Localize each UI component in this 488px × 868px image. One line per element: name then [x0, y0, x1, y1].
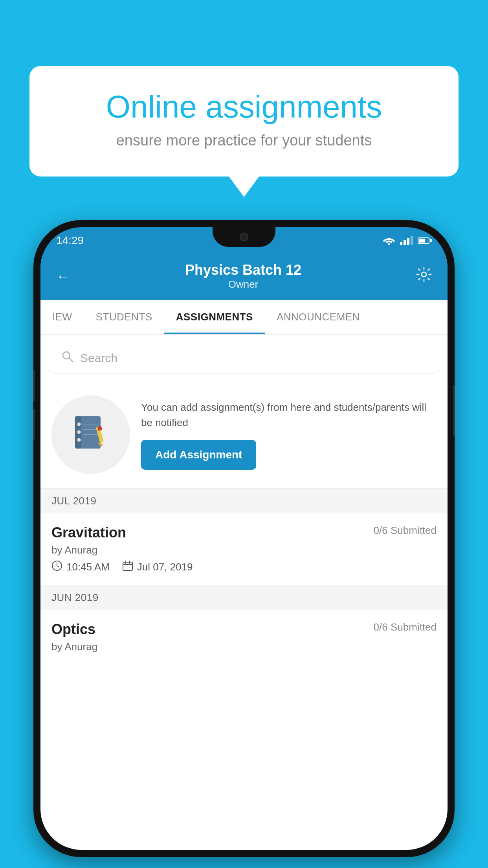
- app-header: ← Physics Batch 12 Owner: [40, 254, 448, 300]
- svg-line-17: [57, 566, 59, 567]
- promo-description: You can add assignment(s) from here and …: [141, 400, 437, 430]
- phone-screen: 14:29: [40, 227, 448, 850]
- speech-bubble: Online assignments ensure more practice …: [29, 66, 459, 177]
- phone-notch: [213, 227, 275, 247]
- assignment-optics-row-top: Optics 0/6 Submitted: [51, 621, 437, 638]
- signal-icon: [400, 236, 413, 245]
- header-subtitle: Owner: [185, 278, 301, 291]
- svg-point-8: [77, 438, 81, 442]
- back-button[interactable]: ←: [56, 268, 70, 285]
- clock-svg: [51, 560, 62, 571]
- tabs-bar: IEW STUDENTS ASSIGNMENTS ANNOUNCEMEN: [40, 300, 448, 335]
- optics-author: by Anurag: [51, 641, 437, 653]
- header-center: Physics Batch 12 Owner: [185, 262, 301, 291]
- assignment-item-optics[interactable]: Optics 0/6 Submitted by Anurag: [40, 610, 448, 668]
- promo-icon-circle: [51, 395, 130, 474]
- speech-bubble-subtitle: ensure more practice for your students: [61, 132, 427, 149]
- notebook-icon: [71, 413, 110, 456]
- phone-frame: 14:29: [33, 220, 455, 857]
- calendar-icon: [122, 560, 133, 574]
- svg-point-1: [422, 272, 426, 277]
- tab-announcements[interactable]: ANNOUNCEMEN: [265, 300, 372, 334]
- search-placeholder: Search: [80, 351, 117, 365]
- power-button[interactable]: [453, 385, 455, 436]
- magnify-icon: [61, 350, 74, 363]
- svg-rect-18: [123, 562, 132, 570]
- month-header-jul: JUL 2019: [40, 489, 448, 513]
- search-bar[interactable]: Search: [50, 343, 438, 373]
- assignment-title: Gravitation: [51, 524, 126, 541]
- meta-date: Jul 07, 2019: [122, 560, 193, 574]
- svg-point-7: [77, 430, 81, 434]
- assignment-row-top: Gravitation 0/6 Submitted: [51, 524, 437, 541]
- settings-button[interactable]: [416, 267, 432, 286]
- gear-icon: [416, 267, 432, 282]
- status-time: 14:29: [56, 234, 84, 247]
- tab-iew[interactable]: IEW: [40, 300, 84, 334]
- assignment-submitted: 0/6 Submitted: [374, 524, 437, 537]
- meta-time: 10:45 AM: [51, 560, 110, 574]
- tab-students[interactable]: STUDENTS: [84, 300, 164, 334]
- add-assignment-button[interactable]: Add Assignment: [141, 440, 256, 470]
- search-icon: [61, 350, 74, 366]
- front-camera: [240, 233, 248, 241]
- optics-title: Optics: [51, 621, 95, 638]
- volume-up-button[interactable]: [33, 370, 35, 401]
- wifi-icon: [383, 236, 395, 245]
- optics-submitted: 0/6 Submitted: [374, 621, 437, 633]
- promo-text-area: You can add assignment(s) from here and …: [141, 400, 437, 470]
- assignment-author: by Anurag: [51, 544, 437, 556]
- svg-line-3: [69, 358, 73, 362]
- speech-bubble-title: Online assignments: [61, 90, 427, 124]
- svg-point-6: [77, 422, 81, 426]
- search-bar-container: Search: [40, 335, 448, 381]
- header-title: Physics Batch 12: [185, 262, 301, 278]
- assignment-item-gravitation[interactable]: Gravitation 0/6 Submitted by Anurag: [40, 513, 448, 585]
- svg-point-0: [388, 243, 390, 245]
- calendar-svg: [122, 560, 133, 571]
- battery-icon: [418, 237, 432, 244]
- screen-content: ← Physics Batch 12 Owner IEW STUDENTS AS…: [40, 254, 448, 850]
- clock-icon: [51, 560, 62, 574]
- volume-down-button[interactable]: [33, 409, 35, 440]
- status-icons: [383, 236, 432, 245]
- tab-assignments[interactable]: ASSIGNMENTS: [164, 300, 265, 334]
- assignment-meta: 10:45 AM Jul 07, 2019: [51, 560, 437, 574]
- month-header-jun: JUN 2019: [40, 585, 448, 610]
- promo-section: You can add assignment(s) from here and …: [40, 381, 448, 489]
